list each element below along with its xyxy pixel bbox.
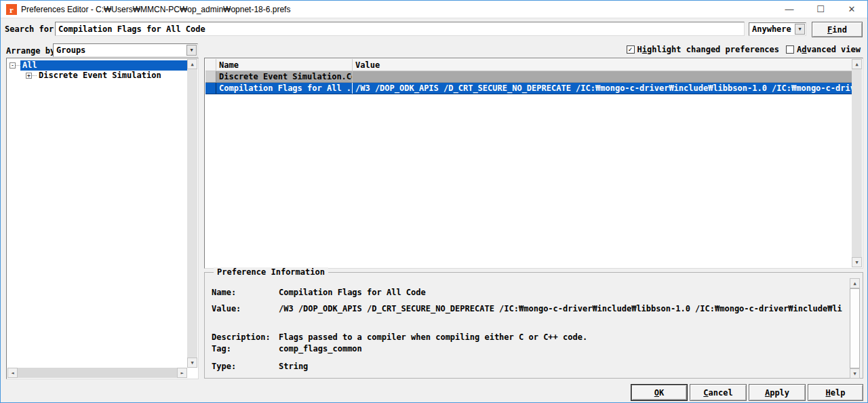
minimize-button[interactable]: —	[774, 1, 805, 18]
table-vertical-scrollbar[interactable]: ▲ ▼	[852, 59, 862, 267]
table-vscroll-track[interactable]	[852, 69, 862, 257]
info-description-row: Description:Flags passed to a compiler w…	[212, 332, 842, 343]
info-type-value: String	[279, 362, 308, 371]
minimize-icon: —	[785, 4, 794, 14]
close-button[interactable]: ✕	[836, 1, 867, 18]
tree-item-all-label[interactable]: All	[20, 60, 187, 71]
tree-item-des-label[interactable]: Discrete Event Simulation	[37, 71, 163, 81]
advanced-view-option[interactable]: Advanced view	[786, 45, 861, 54]
selected-row-name[interactable]: Compilation Flags for All ...	[216, 83, 353, 94]
preference-information-legend: Preference Information	[214, 267, 328, 277]
search-scope-dropdown[interactable]: Anywhere ▼	[749, 22, 806, 36]
advanced-view-label: Advanced view	[797, 45, 861, 54]
info-type-row: Type:String	[212, 362, 842, 372]
row-marker	[205, 71, 216, 82]
chevron-down-icon[interactable]: ▼	[795, 24, 805, 35]
preferences-table-panel: Name Value Discrete Event Simulation.Cod…	[204, 58, 863, 269]
maximize-button[interactable]: ☐	[805, 1, 836, 18]
tree-vscroll-track[interactable]	[187, 69, 197, 358]
app-logo-icon: r	[6, 4, 17, 15]
maximize-icon: ☐	[816, 4, 825, 14]
title-bar: r Preferences Editor - C:₩Users₩MMCN-PC₩…	[1, 1, 867, 18]
tree-connector	[16, 65, 20, 66]
cancel-button[interactable]: Cancel	[690, 384, 747, 401]
highlight-changed-label: Highlight changed preferences	[637, 45, 780, 54]
apply-button[interactable]: Apply	[749, 384, 806, 401]
window-title: Preferences Editor - C:₩Users₩MMCN-PC₩op…	[21, 5, 290, 14]
info-name-value: Compilation Flags for All Code	[279, 288, 426, 297]
preferences-editor-window: r Preferences Editor - C:₩Users₩MMCN-PC₩…	[0, 0, 868, 403]
expand-icon[interactable]: +	[26, 73, 32, 79]
info-description-value: Flags passed to a compiler when compilin…	[279, 332, 587, 342]
table-row-group[interactable]: Discrete Event Simulation.Code Gener...	[205, 71, 852, 83]
cancel-button-label: Cancel	[703, 388, 732, 398]
info-vscroll-track[interactable]	[850, 288, 860, 368]
info-value-label: Value:	[212, 304, 279, 313]
find-button[interactable]: Find	[812, 22, 863, 37]
info-description-label: Description:	[212, 332, 279, 342]
table-row-selected[interactable]: Compilation Flags for All ... /W3 /DOP_O…	[205, 83, 852, 94]
scroll-up-icon[interactable]: ▲	[187, 59, 197, 69]
tree-item-discrete-event-simulation[interactable]: + Discrete Event Simulation	[26, 71, 187, 81]
info-tag-row: Tag:comp_flags_common	[212, 344, 842, 354]
table-header-row: Name Value	[205, 59, 852, 71]
arrange-by-label: Arrange by	[6, 46, 55, 56]
tree-connector	[32, 75, 37, 76]
checkbox-checked-icon[interactable]: ✓	[627, 45, 635, 54]
info-name-row: Name:Compilation Flags for All Code	[212, 288, 842, 298]
group-row-value[interactable]	[353, 71, 852, 82]
info-name-label: Name:	[212, 288, 279, 297]
scroll-down-icon[interactable]: ▼	[850, 368, 860, 379]
row-marker	[205, 83, 216, 94]
selected-row-value[interactable]: /W3 /DOP_ODK_APIS /D_CRT_SECURE_NO_DEPRE…	[353, 83, 852, 94]
tree-item-all[interactable]: - All	[9, 60, 187, 71]
tree-horizontal-scrollbar[interactable]: ◄ ►	[7, 368, 187, 378]
checkbox-unchecked-icon[interactable]	[786, 45, 794, 54]
ok-button[interactable]: OK	[631, 384, 688, 401]
info-vertical-scrollbar[interactable]: ▲ ▼	[850, 278, 860, 375]
highlight-changed-option[interactable]: ✓ Highlight changed preferences	[627, 45, 780, 54]
collapse-icon[interactable]: -	[9, 62, 16, 69]
scroll-down-icon[interactable]: ▼	[852, 257, 862, 267]
info-type-label: Type:	[212, 362, 279, 371]
groups-tree-panel: - All + Discrete Event Simulation ▲ ▼ ◄ …	[6, 58, 199, 379]
search-label: Search for:	[5, 24, 58, 34]
info-tag-value: comp_flags_common	[279, 344, 362, 353]
help-button[interactable]: Help	[808, 384, 863, 401]
arrange-by-value: Groups	[56, 44, 85, 56]
column-header-name[interactable]: Name	[216, 59, 353, 71]
scroll-left-icon[interactable]: ◄	[7, 368, 18, 378]
preference-information-panel: Preference Information Name:Compilation …	[204, 272, 863, 379]
chevron-down-icon[interactable]: ▼	[186, 45, 197, 56]
tree-hscroll-track[interactable]	[18, 368, 177, 378]
scroll-right-icon[interactable]: ►	[177, 368, 187, 378]
column-header-value[interactable]: Value	[353, 59, 852, 71]
scroll-up-icon[interactable]: ▲	[852, 59, 862, 69]
info-tag-label: Tag:	[212, 344, 279, 353]
table-header-spacer	[205, 59, 216, 71]
ok-button-label: OK	[654, 388, 664, 398]
search-row: Search for: Anywhere ▼ Find	[1, 19, 867, 39]
close-icon: ✕	[848, 4, 856, 14]
scroll-up-icon[interactable]: ▲	[850, 278, 860, 288]
arrange-by-dropdown[interactable]: Groups ▼	[53, 43, 198, 57]
search-input[interactable]	[55, 22, 745, 36]
scroll-down-icon[interactable]: ▼	[187, 358, 197, 368]
tree-vertical-scrollbar[interactable]: ▲ ▼	[187, 59, 197, 368]
info-vscroll-thumb[interactable]	[850, 288, 860, 368]
apply-button-label: Apply	[765, 388, 789, 398]
info-value-row: Value:/W3 /DOP_ODK_APIS /D_CRT_SECURE_NO…	[212, 304, 842, 314]
group-row-name[interactable]: Discrete Event Simulation.Code Gener...	[216, 71, 353, 82]
info-value-value: /W3 /DOP_ODK_APIS /D_CRT_SECURE_NO_DEPRE…	[279, 304, 842, 313]
view-options: ✓ Highlight changed preferences Advanced…	[620, 45, 861, 54]
help-button-label: Help	[826, 388, 846, 398]
search-scope-value: Anywhere	[752, 23, 791, 35]
